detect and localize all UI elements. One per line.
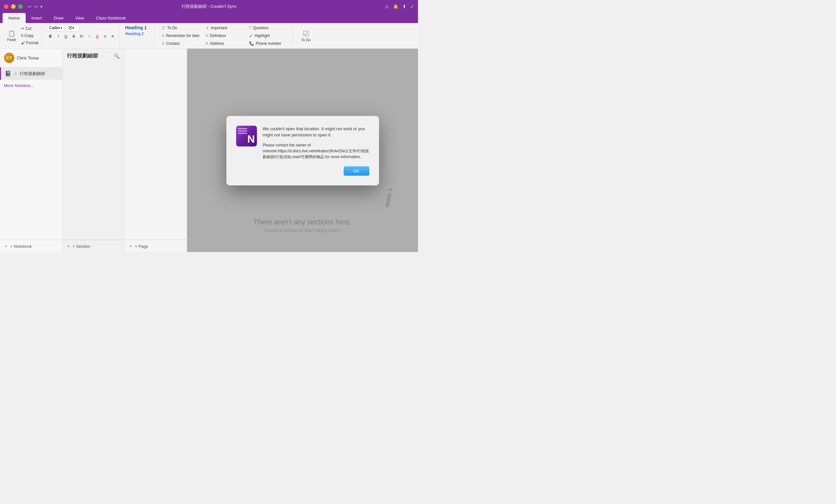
clear-format-button[interactable]: ✕ <box>109 33 116 40</box>
font-dropdown-arrow: ▾ <box>61 26 62 30</box>
highlight-color-button[interactable]: A <box>86 33 93 40</box>
notebook-icon: 📓 <box>5 71 12 77</box>
contact-icon: A <box>162 41 164 46</box>
phone-icon: 📞 <box>249 41 254 46</box>
page-list-area <box>125 49 187 240</box>
contact-tag[interactable]: A Contact <box>159 40 202 47</box>
onenote-icon: N <box>236 126 257 147</box>
highlight-tag[interactable]: 🖌 Highlight <box>247 32 289 39</box>
styles-arrow: › <box>149 26 150 30</box>
format-button[interactable]: 🖌 Format <box>19 40 40 46</box>
address-icon: A <box>206 41 208 46</box>
paste-icon: 📋 <box>8 30 15 37</box>
dialog-message: We couldn't open that location. It might… <box>263 126 369 138</box>
styles-arrow2: › <box>149 32 150 36</box>
address-tag[interactable]: A Address <box>203 40 246 47</box>
dialog-text-area: We couldn't open that location. It might… <box>263 126 369 160</box>
question-icon: ? <box>249 26 251 30</box>
add-page-icon: ＋ <box>129 243 133 249</box>
section-title: 行程規劃細節 <box>67 53 98 59</box>
sidebar: CT Chris Tovas 📓 ⚠ 行程規劃細節 More Noteboo..… <box>0 49 62 252</box>
window-controls: ↩ ↪ ▾ <box>4 4 42 9</box>
todo-button[interactable]: ☑ To Do <box>297 27 315 44</box>
important-tag[interactable]: ★ Important <box>203 24 246 32</box>
ribbon-tabs: Home Insert Draw View Class Notebook <box>0 13 418 23</box>
question-tag[interactable]: ? Question <box>247 24 289 32</box>
tab-view[interactable]: View <box>70 13 90 23</box>
sidebar-bottom: ＋ + Notebook <box>0 240 62 252</box>
heading2-label: Heading 2 <box>125 32 144 36</box>
heading1-label: Heading 1 <box>125 25 147 30</box>
font-name-selector[interactable]: Calibri ▾ <box>47 24 64 32</box>
underline-button[interactable]: U <box>62 33 70 40</box>
todo-checkbox-icon: ☑ <box>162 26 165 30</box>
todo-tag[interactable]: ☑ To Do <box>159 24 202 32</box>
font-size-arrow: ▾ <box>73 26 74 30</box>
paste-button[interactable]: 📋 Paste <box>5 28 18 43</box>
dialog-overlay: N We couldn't open that location. It mig… <box>187 49 418 252</box>
remember-icon: A <box>162 34 164 38</box>
remember-tag[interactable]: A Remember for later <box>159 32 202 39</box>
notification-icon[interactable]: 🔔 <box>393 4 399 9</box>
warning-icon[interactable]: ⚠ <box>385 4 389 9</box>
more-notebooks-link[interactable]: More Noteboo... <box>0 80 62 91</box>
user-row: CT Chris Tovas <box>0 49 62 67</box>
maximize-button[interactable] <box>18 4 23 9</box>
definition-tag[interactable]: A Definition <box>203 32 246 39</box>
italic-button[interactable]: I <box>55 33 62 40</box>
section-list-area <box>62 63 125 240</box>
copy-button[interactable]: ⎘ Copy <box>19 33 40 39</box>
styles-list: Heading 1 › Heading 2 › <box>122 24 153 37</box>
strikethrough-button[interactable]: S <box>70 33 77 40</box>
copy-icon: ⎘ <box>21 34 23 38</box>
user-name: Chris Tovas <box>17 56 39 60</box>
format-row: B I U S X² A A ≡ ✕ <box>47 33 116 40</box>
cut-button[interactable]: ✂ Cut <box>19 25 40 32</box>
cut-icon: ✂ <box>21 26 24 31</box>
add-page-button[interactable]: ＋ + Page <box>129 243 183 249</box>
font-color-button[interactable]: A <box>94 33 101 40</box>
clipboard-group: 📋 Paste ✂ Cut ⎘ Copy 🖌 Format <box>3 24 43 47</box>
align-button[interactable]: ≡ <box>101 33 109 40</box>
phone-tag[interactable]: 📞 Phone number <box>247 40 289 47</box>
tab-insert[interactable]: Insert <box>26 13 48 23</box>
window-title: 行程規劃細節 - Couldn't Sync <box>182 4 236 9</box>
tab-draw[interactable]: Draw <box>48 13 69 23</box>
todo-group: ☑ To Do <box>294 24 318 47</box>
page-bottom: ＋ + Page <box>125 240 187 252</box>
section-panel: 行程規劃細節 🔍 ＋ + Section <box>62 49 125 252</box>
search-icon[interactable]: 🔍 <box>114 53 120 59</box>
add-section-icon: ＋ <box>66 243 71 249</box>
redo-icon[interactable]: ↪ <box>34 4 38 9</box>
notebook-item[interactable]: 📓 ⚠ 行程規劃細節 <box>0 67 62 80</box>
fullscreen-icon[interactable]: ⤢ <box>410 4 414 9</box>
share-icon[interactable]: ⬆ <box>402 4 406 9</box>
content-area: i There aren't any sections here. Create… <box>187 49 418 252</box>
dialog-ok-button[interactable]: OK <box>344 166 369 176</box>
definition-icon: A <box>206 34 208 38</box>
superscript-button[interactable]: X² <box>78 33 85 40</box>
more-icon[interactable]: ▾ <box>40 4 42 9</box>
undo-icon[interactable]: ↩ <box>28 4 32 9</box>
icon-lines <box>238 128 247 135</box>
clipboard-sub: ✂ Cut ⎘ Copy 🖌 Format <box>19 25 40 46</box>
tab-class-notebook[interactable]: Class Notebook <box>90 13 132 23</box>
font-size-input[interactable]: 20 ▾ <box>66 24 80 32</box>
add-notebook-button[interactable]: ＋ + Notebook <box>4 243 58 249</box>
tab-home[interactable]: Home <box>3 13 26 23</box>
ribbon-toolbar: 📋 Paste ✂ Cut ⎘ Copy 🖌 Format Calibri ▾ <box>0 23 418 49</box>
highlight-icon: 🖌 <box>249 34 253 38</box>
bold-button[interactable]: B <box>47 33 54 40</box>
notebook-name: 行程規劃細節 <box>20 71 45 77</box>
titlebar: ↩ ↪ ▾ 行程規劃細節 - Couldn't Sync ⚠ 🔔 ⬆ ⤢ <box>0 0 418 13</box>
todo-check-icon: ☑ <box>303 30 309 38</box>
heading1-style[interactable]: Heading 1 › <box>122 24 153 31</box>
dialog-content: N We couldn't open that location. It mig… <box>236 126 369 160</box>
section-bottom: ＋ + Section <box>62 240 125 252</box>
add-section-button[interactable]: ＋ + Section <box>66 243 120 249</box>
font-group: Calibri ▾ 20 ▾ B I U S X² A A ≡ ✕ <box>44 24 119 47</box>
minimize-button[interactable] <box>11 4 16 9</box>
close-button[interactable] <box>4 4 8 9</box>
tags-list: ☑ To Do ★ Important ? Question A Remembe… <box>157 24 291 47</box>
heading2-style[interactable]: Heading 2 › <box>122 31 153 37</box>
